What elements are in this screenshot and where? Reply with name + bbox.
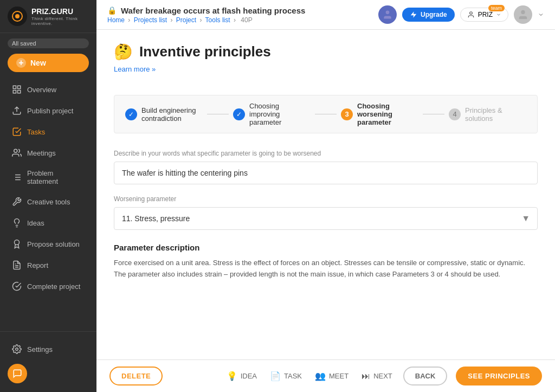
sidebar-nav: Overview Publish project Tasks [0,76,96,331]
svg-point-20 [469,12,472,15]
step-connector-1 [207,114,229,114]
sidebar-item-publish[interactable]: Publish project [3,100,93,121]
param-description-title: Parameter description [114,243,538,252]
step-3-check: 3 [341,108,353,120]
step-1-check: ✓ [125,108,137,120]
app-logo-icon [8,7,27,26]
meet-link[interactable]: 👥 MEET [313,367,351,385]
upgrade-button[interactable]: Upgrade [402,8,455,22]
step-connector-2 [315,114,337,114]
svg-point-21 [521,10,525,14]
topbar: 🔒 Wafer breakage occurs at flash heating… [96,0,555,30]
list-icon [12,172,22,182]
breadcrumb-current: 40P [241,16,252,24]
sidebar-logo: PRIZ.GURU Think different. Think inventi… [0,0,96,33]
breadcrumb-tools[interactable]: Tools list [205,16,230,24]
worsening-select-wrapper: 11. Stress, pressure ▼ [114,207,538,230]
sidebar-item-propose[interactable]: Propose solution [3,234,93,254]
sidebar-item-problem[interactable]: Problem statement [3,164,93,191]
topbar-right: Upgrade team PRIZ [378,5,544,24]
sidebar: PRIZ.GURU Think different. Think inventi… [0,0,96,392]
step-4-check: 4 [449,108,461,120]
upload-icon [12,106,22,115]
sidebar-item-report[interactable]: Report [3,255,93,275]
sidebar-item-tasks[interactable]: Tasks [3,121,93,142]
step-4: 4 Principles & solutions [449,106,526,123]
main-content: 🔒 Wafer breakage occurs at flash heating… [96,0,555,392]
svg-point-15 [15,240,20,245]
app-logo-text: PRIZ.GURU Think different. Think inventi… [31,7,89,26]
project-title: Wafer breakage occurs at flash heating p… [121,6,305,15]
tools-icon [12,197,22,207]
sidebar-item-ideas[interactable]: Ideas [3,213,93,233]
lightbulb-icon [12,218,22,228]
sidebar-item-complete[interactable]: Complete project [3,276,93,297]
lock-icon: 🔒 [107,6,117,15]
stepper: ✓ Build engineering contradiction ✓ Choo… [114,95,538,133]
content-area: 🤔 Inventive principles Learn more » ✓ Bu… [96,30,555,359]
step-1: ✓ Build engineering contradiction [125,106,203,123]
all-saved-badge: All saved [8,38,89,48]
worsening-label: Worsening parameter [114,195,538,203]
svg-rect-4 [13,91,16,93]
user-avatar-main[interactable] [514,5,532,24]
chat-button[interactable] [8,364,27,383]
description-input[interactable] [114,162,538,184]
sidebar-item-creative[interactable]: Creative tools [3,191,93,212]
sidebar-footer: Settings [0,331,96,392]
bottom-actions: 💡 IDEA 📄 TASK 👥 MEET ⏭ NEXT BACK SEE PRI… [224,367,542,385]
next-icon: ⏭ [362,371,370,381]
breadcrumb: Home › Projects list › Project › Tools l… [107,16,305,24]
meet-icon: 👥 [315,371,326,381]
topbar-left: 🔒 Wafer breakage occurs at flash heating… [107,6,305,24]
task-link[interactable]: 📄 TASK [268,367,304,385]
bottom-bar: DELETE 💡 IDEA 📄 TASK 👥 MEET ⏭ NEXT BACK … [96,359,555,392]
svg-point-6 [14,149,17,152]
settings-icon [12,344,22,354]
delete-button[interactable]: DELETE [109,367,163,385]
breadcrumb-project[interactable]: Project [176,16,196,24]
users-icon [12,148,22,158]
svg-rect-5 [18,91,21,93]
param-description-text: Force exercised on a unit area. Stress i… [114,258,538,280]
step-2: ✓ Choosing improving parameter [233,102,311,126]
step-connector-3 [423,114,444,114]
svg-rect-2 [13,86,16,88]
page-title: Inventive principles [139,43,271,60]
worsening-select[interactable]: 11. Stress, pressure [114,207,538,230]
step-2-check: ✓ [233,108,245,120]
breadcrumb-projects[interactable]: Projects list [134,16,167,24]
see-principles-button[interactable]: SEE PRINCIPLES [456,367,542,385]
back-button[interactable]: BACK [403,367,448,385]
svg-rect-3 [18,86,21,88]
idea-icon: 💡 [227,371,237,381]
svg-point-1 [15,14,20,18]
file-text-icon [12,260,22,270]
sidebar-item-settings[interactable]: Settings [3,339,93,359]
svg-point-18 [16,348,18,351]
check-circle-icon [12,281,22,291]
award-icon [12,239,22,249]
description-label: Describe in your words what specific par… [114,150,538,157]
breadcrumb-home[interactable]: Home [107,16,125,24]
plus-icon: + [16,58,26,68]
svg-point-19 [386,11,390,15]
page-title-header: 🔒 Wafer breakage occurs at flash heating… [107,6,305,15]
learn-more-link[interactable]: Learn more » [114,65,156,73]
sidebar-item-overview[interactable]: Overview [3,79,93,100]
user-avatar-small[interactable] [378,5,397,24]
sidebar-item-meetings[interactable]: Meetings [3,143,93,163]
check-square-icon [12,127,22,137]
next-link[interactable]: ⏭ NEXT [359,367,395,385]
grid-icon [12,85,22,94]
inventive-icon: 🤔 [114,43,133,61]
chevron-down-icon[interactable] [538,11,544,18]
team-button[interactable]: team PRIZ [460,8,508,22]
page-header: 🤔 Inventive principles [114,43,538,61]
new-button[interactable]: + New [8,54,89,72]
idea-link[interactable]: 💡 IDEA [224,367,259,385]
task-icon: 📄 [270,371,281,381]
step-3: 3 Choosing worsening parameter [341,102,418,126]
